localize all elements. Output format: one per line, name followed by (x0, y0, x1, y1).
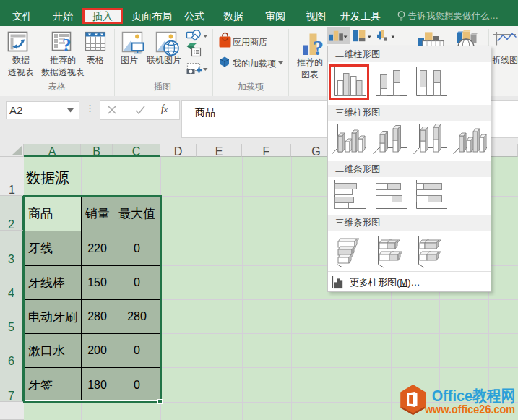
svg-text:?: ? (62, 35, 72, 55)
svg-text:?: ? (313, 35, 324, 59)
